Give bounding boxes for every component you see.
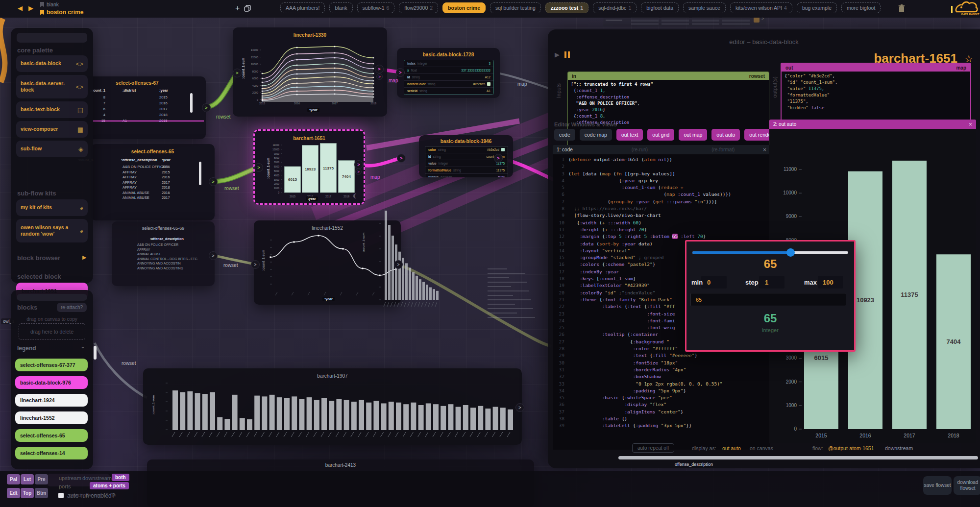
palette-item-basic-data-server-block[interactable]: basic-data-server-block<> [16, 75, 88, 98]
palette-item-sub-flow[interactable]: sub-flow◈ [16, 141, 88, 157]
reattach-button[interactable]: re-attach? [57, 303, 87, 312]
field-serieId[interactable]: serieIdstringA1 [404, 88, 493, 95]
breadcrumb-current[interactable]: boston crime [40, 9, 83, 16]
tab-bigfoot-data[interactable]: bigfoot data [641, 2, 679, 13]
slider-handle[interactable] [786, 248, 795, 257]
tab-bug-example[interactable]: bug example [797, 2, 837, 13]
field-hidden[interactable]: hiddenbooleanfalse [425, 174, 508, 177]
tab-boston-crime[interactable]: boston crime [442, 2, 486, 13]
close-icon[interactable]: × [969, 121, 972, 128]
block-select-offenses-65[interactable]: select-offenses-65 :count_1:offense_desc… [91, 144, 215, 220]
view-button-code-map[interactable]: code map [580, 129, 612, 141]
wire-rowset-67-1330[interactable] [206, 73, 237, 107]
block-select-offenses-65-69[interactable]: select-offenses-65-69 :offense_descripti… [112, 221, 215, 286]
table-scrollbar[interactable] [199, 162, 201, 185]
tab-sample-sauce[interactable]: sample sauce [683, 2, 726, 13]
panel-toggle-lst[interactable]: Lst [21, 474, 34, 484]
save-flowset-button[interactable]: save flowset [923, 476, 952, 495]
download-flowset-button[interactable]: download flowset [954, 476, 980, 495]
tab-blank[interactable]: blank [329, 2, 352, 13]
legend-item-basic-data-block-976[interactable]: basic-data-block-976 [15, 376, 88, 389]
tab-sql-builder-testing[interactable]: sql builder testing [490, 2, 541, 13]
block-browser-label[interactable]: block browser [17, 254, 60, 262]
legend-header[interactable]: legend [17, 345, 36, 352]
panel-scroll-handle[interactable] [94, 346, 97, 360]
palette-item-my-kit-of-kits[interactable]: my kit of kits◕ [16, 199, 88, 216]
panel-handle[interactable] [17, 294, 87, 301]
field-color[interactable]: colorstring#b3e2cd [425, 146, 508, 153]
step-box[interactable] [759, 276, 784, 289]
display-mode[interactable]: out auto [722, 445, 741, 451]
field-index[interactable]: indexinteger3 [404, 60, 493, 67]
tab-sql-dnd-jdbc[interactable]: sql-dnd-jdbc1 [593, 2, 637, 13]
panel-toggle-edt[interactable]: Edt [7, 488, 20, 498]
horizontal-scrollbar[interactable] [618, 456, 978, 459]
block-barchart-1907[interactable]: barchart-1907 :count_1-sum [143, 368, 522, 445]
chevron-down-icon[interactable]: ⌄ [80, 343, 85, 350]
table-scrollbar[interactable] [190, 93, 193, 113]
palette-item-basic-data-block[interactable]: basic-data-block<> [16, 55, 88, 72]
copy-icon[interactable] [244, 5, 251, 12]
upstream-toggle[interactable]: upstream [59, 475, 81, 481]
port-icon[interactable]: > [397, 154, 406, 163]
port-icon[interactable]: > [396, 68, 405, 77]
pause-icon[interactable] [564, 51, 570, 58]
palette-item-owen-wilson-says-a-random-wow-[interactable]: owen wilson says a random 'wow'◕ [16, 219, 88, 242]
add-flow-button[interactable]: + [235, 4, 240, 13]
reformat-button[interactable]: (re-format) [711, 147, 735, 152]
tab-kits-owen-wilson-api[interactable]: kits/owen wilson API4 [730, 2, 792, 13]
panel-toggle-pal[interactable]: Pal [7, 474, 20, 484]
field-x[interactable]: xfloat337.3333333333333 [404, 67, 493, 74]
view-button-out-grid[interactable]: out grid [647, 129, 674, 141]
delete-dropzone[interactable]: drag here to delete [19, 323, 85, 340]
palette-search[interactable] [17, 33, 87, 43]
panel-toggle-pre[interactable]: Pre [35, 474, 48, 484]
trash-icon[interactable] [898, 4, 905, 13]
panel-toggle-top[interactable]: Top [21, 488, 34, 498]
rerun-button[interactable]: (re-run) [632, 147, 648, 152]
field-borderColor[interactable]: borderColorstring#ccebc5 [404, 81, 493, 88]
view-button-out-text[interactable]: out text [616, 129, 643, 141]
view-button-code[interactable]: code [554, 129, 575, 141]
port-icon[interactable]: > [394, 260, 403, 269]
tab-aaa-plumbers-[interactable]: AAA plumbers! [280, 2, 325, 13]
field-formattedValue[interactable]: formattedValuestring11375 [425, 167, 508, 174]
on-canvas-label[interactable]: on canvas [750, 445, 773, 451]
breadcrumb-parent[interactable]: blank [40, 1, 59, 7]
autorun-checkbox[interactable] [58, 493, 64, 498]
downstream-toggle[interactable]: downstream [82, 475, 112, 481]
view-button-out-auto[interactable]: out auto [711, 129, 740, 141]
chevron-right-icon[interactable]: ▶ [82, 254, 86, 261]
port-icon[interactable]: > [209, 251, 218, 260]
legend-item-linechart-1924[interactable]: linechart-1924 [15, 394, 88, 407]
port-icon[interactable]: > [202, 103, 211, 112]
port-icon[interactable]: > [354, 160, 363, 169]
palette-item-basic-text-block[interactable]: basic-text-block▤ [16, 101, 88, 118]
tab-flow29000[interactable]: flow290002 [399, 2, 438, 13]
tab-zzzooo-test[interactable]: zzzooo test1 [545, 2, 588, 13]
legend-item-select-offenses-67-377[interactable]: select-offenses-67-377 [15, 359, 88, 371]
port-icon[interactable]: > [209, 177, 218, 186]
flow-atom[interactable]: @output-atom-1651 [828, 445, 874, 451]
port-icon[interactable]: > [355, 169, 362, 175]
block-linechart-1330[interactable]: linechart-1330 :count_1-sum 140001200010… [233, 27, 387, 117]
block-basic-data-block-1728[interactable]: basic-data-block-1728 indexinteger3xfloa… [397, 48, 500, 98]
ports-toggle[interactable]: ports [59, 483, 71, 489]
panel-toggle-btm[interactable]: Btm [35, 488, 48, 498]
close-icon[interactable]: × [763, 146, 766, 153]
atoms-ports-toggle[interactable]: atoms + ports [90, 482, 129, 489]
both-toggle[interactable]: both [112, 474, 129, 481]
block-barchart-1651-selected[interactable]: barchart-1651 :count_1-sum 1100010000900… [253, 129, 365, 205]
moon-icon[interactable]: ☾ [353, 193, 359, 200]
port-icon[interactable]: > [494, 154, 503, 163]
port-icon[interactable]: > [376, 73, 383, 80]
min-box[interactable] [701, 276, 727, 289]
back-button[interactable]: ◀ [18, 4, 23, 12]
port-icon[interactable]: > [515, 403, 524, 412]
field-id[interactable]: idstringA12 [404, 74, 493, 81]
port-icon[interactable]: > [251, 260, 260, 269]
play-icon[interactable]: ▶ [555, 51, 560, 58]
port-icon[interactable]: > [233, 69, 242, 77]
direction-label[interactable]: downstream [885, 445, 913, 451]
value-input[interactable]: 65 [690, 293, 846, 306]
